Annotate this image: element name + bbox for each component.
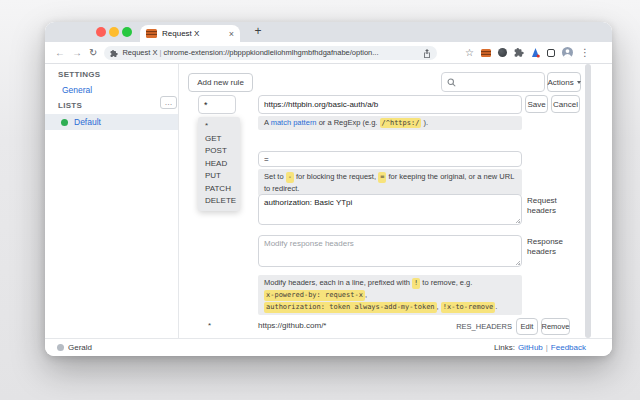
minimize-window-button[interactable]: [109, 27, 119, 37]
caret-down-icon: [577, 81, 581, 84]
toolbar-icons: ☆ ⋮: [465, 44, 590, 62]
page-content: SETTINGS General LISTS … Default Add new…: [45, 64, 612, 338]
method-option-put[interactable]: PUT: [198, 170, 240, 183]
url-help-text: A match pattern or a RegExp (e.g. /^http…: [258, 116, 522, 130]
request-headers-textarea[interactable]: authorization: Basic YTpi: [258, 194, 522, 225]
add-new-rule-button[interactable]: Add new rule: [188, 73, 253, 92]
maximize-window-button[interactable]: [122, 27, 132, 37]
header-example2-chip: authorization: token always-add-my-token: [264, 302, 437, 313]
feedback-link[interactable]: Feedback: [551, 343, 586, 352]
extension-icon-dark[interactable]: [498, 48, 507, 57]
close-tab-icon[interactable]: ×: [229, 29, 234, 39]
headers-help-line3: authorization: token always-add-my-token…: [264, 301, 516, 313]
bang-code-chip: !: [412, 278, 420, 289]
actions-label: Actions: [547, 78, 573, 87]
footer-links: Links: GitHub | Feedback: [494, 343, 586, 352]
rule-row-method: *: [208, 321, 211, 330]
extension-page-icon: [110, 44, 118, 62]
response-headers-label: Response headers: [527, 237, 567, 257]
headers-help-line1: Modify headers, each in a line, prefixed…: [264, 277, 516, 289]
new-tab-button[interactable]: +: [250, 24, 266, 40]
address-text: Request X|chrome-extension://pbpppkiondl…: [122, 48, 419, 57]
rule-url-input[interactable]: [258, 95, 522, 114]
redirect-input[interactable]: [258, 151, 522, 167]
page-url: chrome-extension://pbpppkiondleiiohmlhgm…: [163, 48, 378, 57]
rule-type-badge: RES_HEADERS: [456, 322, 512, 331]
desktop: Request X × + ← → ↻ Request X|chrome-ext…: [0, 0, 640, 400]
browser-toolbar: ← → ↻ Request X|chrome-extension://pbppp…: [45, 42, 612, 64]
block-code-chip: -: [286, 172, 294, 183]
method-option-any[interactable]: *: [198, 120, 240, 133]
actions-button[interactable]: Actions: [547, 72, 581, 92]
response-headers-textarea[interactable]: [258, 235, 522, 267]
bookmark-star-icon[interactable]: ☆: [465, 48, 474, 58]
back-icon[interactable]: ←: [55, 48, 65, 58]
author-name: Gerald: [68, 343, 92, 352]
author-credit: Gerald: [57, 343, 92, 352]
search-input[interactable]: [460, 77, 539, 88]
extension-icon-blue[interactable]: [531, 44, 540, 62]
browser-window: Request X × + ← → ↻ Request X|chrome-ext…: [45, 22, 612, 356]
header-example1-chip: x-powered-by: request-x: [264, 290, 365, 301]
author-avatar-icon: [57, 344, 64, 351]
match-pattern-link[interactable]: match pattern: [271, 118, 317, 127]
save-button[interactable]: Save: [525, 95, 548, 113]
vertical-scrollbar[interactable]: [585, 64, 591, 338]
links-separator: |: [546, 343, 548, 352]
method-option-post[interactable]: POST: [198, 145, 240, 158]
requestx-favicon-icon: [146, 29, 157, 38]
requestx-extension-icon[interactable]: [481, 49, 491, 57]
github-link[interactable]: GitHub: [518, 343, 543, 352]
request-headers-label: Request headers: [527, 196, 567, 216]
share-icon[interactable]: [423, 44, 431, 62]
rule-row-url: https://github.com/*: [258, 321, 326, 330]
headers-help-line2: x-powered-by: request-x,: [264, 289, 516, 301]
tab-title: Request X: [162, 29, 226, 38]
browser-tab[interactable]: Request X ×: [140, 25, 240, 42]
browser-menu-icon[interactable]: ⋮: [580, 48, 590, 58]
address-bar[interactable]: Request X|chrome-extension://pbpppkiondl…: [104, 46, 437, 60]
method-option-head[interactable]: HEAD: [198, 158, 240, 171]
headers-help-text: Modify headers, each in a line, prefixed…: [258, 275, 522, 315]
tab-strip: Request X × +: [45, 22, 612, 42]
reload-icon[interactable]: ↻: [89, 48, 97, 58]
address-separator: |: [159, 48, 161, 57]
extensions-puzzle-icon[interactable]: [514, 44, 524, 62]
links-label: Links:: [494, 343, 515, 352]
close-window-button[interactable]: [96, 27, 106, 37]
site-name: Request X: [122, 48, 157, 57]
regexp-example-chip: /^https:/: [380, 118, 422, 128]
redirect-help-text: Set to - for blocking the request, = for…: [258, 169, 522, 196]
cancel-button[interactable]: Cancel: [551, 95, 580, 113]
profile-avatar-icon[interactable]: [562, 44, 573, 62]
header-example3-chip: !x-to-remove: [441, 302, 496, 313]
extension-icon-square[interactable]: [547, 49, 555, 57]
forward-icon[interactable]: →: [72, 48, 82, 58]
method-option-delete[interactable]: DELETE: [198, 195, 240, 208]
remove-rule-button[interactable]: Remove: [541, 318, 570, 335]
method-option-patch[interactable]: PATCH: [198, 183, 240, 196]
method-input[interactable]: *: [198, 95, 236, 114]
edit-rule-button[interactable]: Edit: [516, 318, 538, 335]
main-panel: Add new rule Actions * Save Cancel A mat…: [45, 64, 612, 338]
page-footer: Gerald Links: GitHub | Feedback: [45, 338, 612, 356]
search-icon: [447, 73, 456, 91]
method-option-get[interactable]: GET: [198, 133, 240, 146]
search-box[interactable]: [441, 72, 545, 92]
method-dropdown: * GET POST HEAD PUT PATCH DELETE: [198, 117, 240, 211]
